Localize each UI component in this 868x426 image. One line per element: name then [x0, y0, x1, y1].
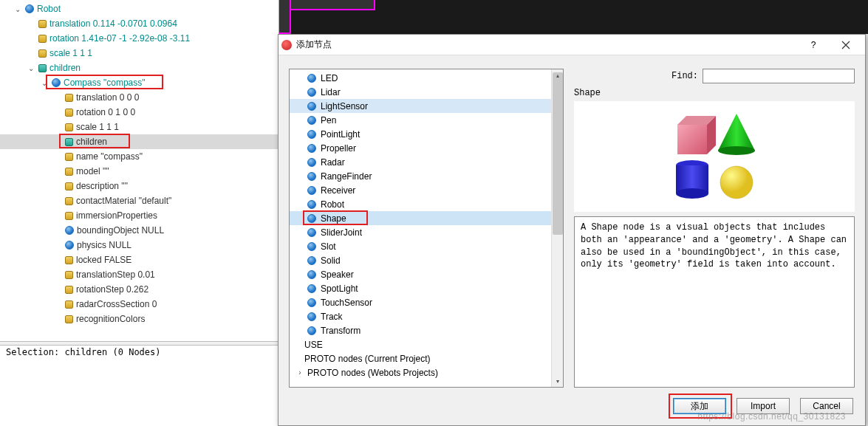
node-list-item[interactable]: Radar: [290, 155, 563, 169]
field-icon: [65, 315, 73, 323]
viewport-strip: [279, 0, 868, 34]
node-list-item[interactable]: Slot: [290, 239, 563, 253]
section-label: USE: [304, 340, 323, 350]
field-icon: [65, 197, 73, 205]
tree-item[interactable]: scale 1 1 1: [0, 46, 278, 61]
node-icon: [52, 78, 61, 87]
tree-item[interactable]: ⌄Robot: [0, 1, 278, 16]
node-list-item[interactable]: Speaker: [290, 267, 563, 281]
tree-item[interactable]: ⌄children: [0, 61, 278, 75]
node-list-label: PointLight: [321, 129, 360, 140]
tree-item[interactable]: ⌄Compass "compass": [0, 75, 278, 90]
tree-item[interactable]: translation 0 0 0: [0, 90, 278, 105]
node-section[interactable]: USE: [290, 337, 563, 351]
tree-item-label: description "": [76, 181, 128, 191]
tree-item[interactable]: rotation 1.41e-07 -1 -2.92e-08 -3.11: [0, 31, 278, 46]
node-list-label: Robot: [321, 199, 344, 210]
tree-item[interactable]: immersionProperties: [0, 208, 278, 223]
tree-item-label: immersionProperties: [76, 210, 157, 221]
expand-toggle-icon[interactable]: ⌄: [40, 79, 49, 87]
tree-item[interactable]: radarCrossSection 0: [0, 297, 278, 312]
field-icon: [38, 64, 47, 72]
svg-point-7: [720, 166, 753, 199]
scene-tree-panel: ⌄Robottranslation 0.114 -0.0701 0.0964ro…: [0, 0, 279, 426]
node-icon: [307, 200, 316, 209]
node-list-item[interactable]: Transform: [290, 323, 563, 337]
tree-item-label: children: [49, 63, 81, 73]
node-icon: [307, 214, 316, 223]
tree-item[interactable]: recognitionColors: [0, 312, 278, 326]
section-label: PROTO nodes (Webots Projects): [307, 368, 438, 378]
node-list-item[interactable]: Receiver: [290, 183, 563, 197]
import-button[interactable]: Import: [737, 398, 790, 414]
close-button[interactable]: [830, 35, 862, 55]
svg-point-6: [676, 188, 708, 199]
tree-item-label: recognitionColors: [76, 314, 145, 324]
tree-item[interactable]: translationStep 0.01: [0, 267, 278, 282]
tree-item-label: scale 1 1 1: [49, 48, 92, 58]
tree-item-label: translationStep 0.01: [76, 269, 155, 280]
field-icon: [65, 109, 73, 117]
tree-item[interactable]: boundingObject NULL: [0, 223, 278, 238]
tree-item-label: Compass "compass": [64, 78, 146, 88]
tree-item[interactable]: translation 0.114 -0.0701 0.0964: [0, 16, 278, 31]
tree-item-label: scale 1 1 1: [76, 122, 119, 132]
node-icon: [307, 88, 316, 97]
node-list-item[interactable]: SliderJoint: [290, 225, 563, 239]
expand-toggle-icon[interactable]: ⌄: [27, 64, 35, 72]
add-button[interactable]: 添加: [673, 398, 726, 414]
cancel-button[interactable]: Cancel: [800, 398, 853, 414]
node-icon: [307, 270, 316, 279]
node-list-item[interactable]: Shape: [290, 211, 563, 225]
expand-toggle-icon[interactable]: ›: [295, 368, 304, 377]
field-icon: [38, 35, 47, 43]
tree-item-label: boundingObject NULL: [77, 225, 164, 236]
node-list-item[interactable]: Lidar: [290, 85, 563, 99]
node-list-item[interactable]: TouchSensor: [290, 295, 563, 309]
scroll-down-icon[interactable]: ▾: [552, 375, 564, 387]
node-list-item[interactable]: Pen: [290, 113, 563, 127]
tree-item-label: Robot: [37, 4, 61, 14]
tree-item[interactable]: rotation 0 1 0 0: [0, 105, 278, 120]
scrollbar-thumb[interactable]: [553, 72, 563, 235]
field-icon: [65, 256, 73, 264]
find-input[interactable]: [703, 69, 855, 83]
field-icon: [65, 271, 73, 279]
node-list-item[interactable]: PointLight: [290, 127, 563, 141]
node-section[interactable]: ›PROTO nodes (Webots Projects): [290, 365, 563, 379]
tree-item[interactable]: scale 1 1 1: [0, 120, 278, 134]
tree-item[interactable]: locked FALSE: [0, 252, 278, 267]
tree-item[interactable]: children: [0, 134, 278, 149]
tree-item[interactable]: name "compass": [0, 149, 278, 164]
tree-item[interactable]: contactMaterial "default": [0, 193, 278, 208]
node-list-item[interactable]: Solid: [290, 253, 563, 267]
help-button[interactable]: ?: [797, 35, 830, 55]
scroll-up-icon[interactable]: ▴: [552, 69, 564, 81]
scene-tree[interactable]: ⌄Robottranslation 0.114 -0.0701 0.0964ro…: [0, 0, 278, 341]
node-section[interactable]: PROTO nodes (Current Project): [290, 351, 563, 365]
node-list-item[interactable]: RangeFinder: [290, 169, 563, 183]
add-node-dialog: 添加节点 ? LEDLidarLightSensorPenPointLightP…: [278, 34, 866, 426]
node-icon: [307, 130, 316, 139]
tree-item[interactable]: model "": [0, 164, 278, 179]
tree-item[interactable]: physics NULL: [0, 238, 278, 252]
node-list-item[interactable]: Propeller: [290, 141, 563, 155]
tree-item-label: contactMaterial "default": [76, 196, 171, 206]
viewport-marker: [279, 0, 375, 10]
find-label: Find:: [671, 71, 698, 81]
node-list-label: Receiver: [321, 185, 355, 196]
node-list-item[interactable]: LightSensor: [290, 99, 563, 113]
dialog-titlebar[interactable]: 添加节点 ?: [278, 35, 865, 55]
scrollbar[interactable]: ▴ ▾: [551, 69, 563, 387]
node-list-item[interactable]: Robot: [290, 197, 563, 211]
tree-item[interactable]: rotationStep 0.262: [0, 282, 278, 297]
expand-toggle-icon[interactable]: ⌄: [13, 5, 22, 13]
node-list-item[interactable]: SpotLight: [290, 281, 563, 295]
node-list-item[interactable]: LED: [290, 71, 563, 85]
node-list-label: TouchSensor: [321, 298, 372, 308]
svg-marker-0: [677, 125, 707, 154]
node-list-item[interactable]: Track: [290, 309, 563, 323]
svg-point-3: [718, 146, 755, 155]
tree-item[interactable]: description "": [0, 179, 278, 193]
node-list[interactable]: LEDLidarLightSensorPenPointLightPropelle…: [290, 69, 563, 387]
